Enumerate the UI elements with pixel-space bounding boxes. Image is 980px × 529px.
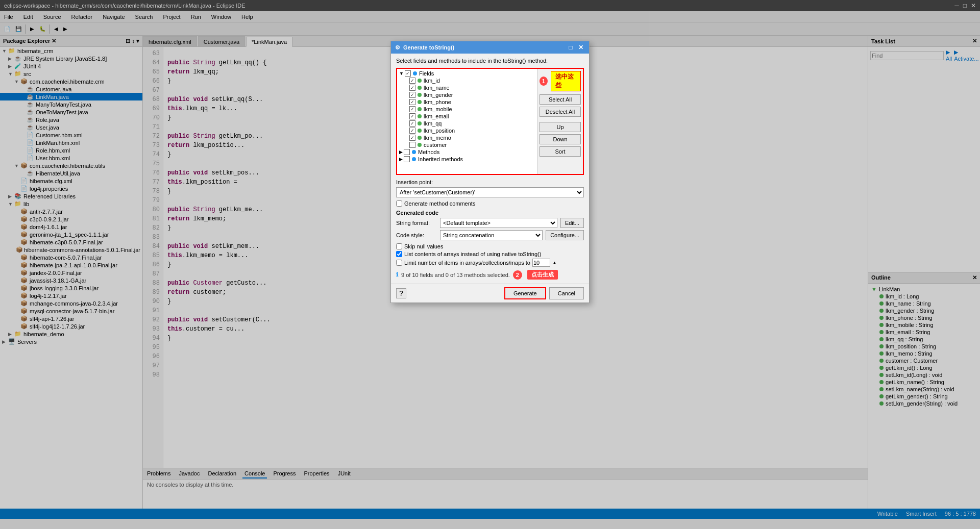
list-contents-label: List contents of arrays instead of using… <box>404 251 541 257</box>
sort-btn[interactable]: Sort <box>540 146 581 157</box>
down-btn[interactable]: Down <box>540 134 581 144</box>
field-checkbox[interactable] <box>409 113 415 119</box>
field-checkbox[interactable] <box>409 92 415 98</box>
skip-null-checkbox[interactable] <box>396 243 402 249</box>
up-btn[interactable]: Up <box>540 122 581 132</box>
method-comments-row: Generate method comments <box>396 200 584 207</box>
info-text: 9 of 10 fields and 0 of 13 methods selec… <box>401 272 510 278</box>
select-all-btn[interactable]: Select All <box>540 94 581 105</box>
list-contents-row: List contents of arrays instead of using… <box>396 251 584 257</box>
method-comments-checkbox[interactable] <box>396 200 402 207</box>
annotation-1: 1 <box>540 77 548 86</box>
field-label: lkm_name <box>424 85 450 91</box>
method-comments-label: Generate method comments <box>404 200 475 207</box>
field-item[interactable]: lkm_qq <box>408 120 536 127</box>
field-checkbox[interactable] <box>409 106 415 112</box>
field-checkbox[interactable] <box>409 85 415 91</box>
code-style-label: Code style: <box>396 232 437 238</box>
inherited-methods-group-checkbox[interactable] <box>404 156 410 162</box>
generate-btn[interactable]: Generate <box>504 287 546 299</box>
field-label: lkm_gender <box>424 92 453 98</box>
field-item[interactable]: lkm_email <box>408 113 536 120</box>
methods-group-header[interactable]: ▶ Methods <box>398 148 536 156</box>
field-item[interactable]: lkm_gender <box>408 91 536 98</box>
methods-group-dot <box>412 150 416 154</box>
string-format-select[interactable]: <Default template> <box>440 218 557 228</box>
dialog-close-btn[interactable]: ✕ <box>577 43 585 52</box>
field-dot <box>418 79 422 83</box>
field-label: lkm_phone <box>424 99 451 105</box>
field-dot <box>418 136 422 140</box>
field-dot <box>418 114 422 118</box>
field-label: lkm_memo <box>424 135 451 141</box>
field-dot <box>418 86 422 90</box>
field-checkbox[interactable] <box>409 142 415 148</box>
field-dot <box>418 107 422 111</box>
limit-spinner-up[interactable]: ▲ <box>552 260 557 265</box>
skip-null-row: Skip null values <box>396 243 584 249</box>
tooltip-generate: 点击生成 <box>527 270 558 280</box>
inherited-methods-label: Inherited methods <box>418 156 463 162</box>
fields-group-dot <box>413 71 417 75</box>
insertion-select[interactable]: After 'setCustomer(Customer)' <box>396 187 584 197</box>
field-item[interactable]: customer <box>408 141 536 148</box>
field-checkbox[interactable] <box>409 135 415 141</box>
field-item[interactable]: lkm_phone <box>408 98 536 106</box>
limit-label: Limit number of items in arrays/collecti… <box>404 260 530 266</box>
field-checkbox[interactable] <box>409 120 415 127</box>
skip-null-label: Skip null values <box>404 243 443 249</box>
generated-code-section: Generated code String format: <Default t… <box>396 210 584 240</box>
field-dot <box>418 93 422 97</box>
fields-group-checkbox[interactable] <box>405 70 411 77</box>
edit-btn[interactable]: Edit... <box>560 218 584 228</box>
field-item[interactable]: lkm_memo <box>408 134 536 141</box>
field-label: lkm_qq <box>424 120 442 127</box>
insertion-label: Insertion point: <box>396 179 584 185</box>
fields-container: ▼ Fields lkm_id lkm_name lkm_gender <box>396 68 584 175</box>
field-checkbox[interactable] <box>409 78 415 84</box>
field-checkbox[interactable] <box>409 128 415 134</box>
dialog-icon: ⚙ <box>395 44 400 51</box>
dialog-maximize-btn[interactable]: □ <box>567 43 575 52</box>
field-label: lkm_mobile <box>424 106 452 112</box>
info-row: ℹ 9 of 10 fields and 0 of 13 methods sel… <box>396 270 584 280</box>
dialog-titlebar-controls: □ ✕ <box>567 43 585 52</box>
field-items-list: lkm_id lkm_name lkm_gender lkm_phone lkm… <box>398 77 536 148</box>
configure-btn[interactable]: Configure... <box>546 230 584 240</box>
field-label: lkm_email <box>424 113 449 119</box>
dialog-instruction: Select fields and methods to include in … <box>396 58 584 64</box>
field-dot <box>418 100 422 104</box>
list-contents-checkbox[interactable] <box>396 251 402 257</box>
deselect-all-btn[interactable]: Deselect All <box>540 107 581 117</box>
methods-group-label: Methods <box>418 149 439 155</box>
string-format-row: String format: <Default template> Edit..… <box>396 218 584 228</box>
code-style-select[interactable]: String concatenation <box>440 230 543 240</box>
dialog-footer: ? Generate Cancel <box>391 284 589 303</box>
help-btn[interactable]: ? <box>396 288 406 298</box>
fields-group-header[interactable]: ▼ Fields <box>398 70 536 77</box>
field-dot <box>418 121 422 125</box>
dialog-footer-right: Generate Cancel <box>504 287 584 299</box>
cancel-btn[interactable]: Cancel <box>549 287 584 299</box>
methods-group-checkbox[interactable] <box>404 149 410 155</box>
dialog-title: Generate toString() <box>403 44 454 51</box>
fields-group-label: Fields <box>419 70 434 77</box>
limit-input[interactable] <box>532 259 550 267</box>
generated-code-label: Generated code <box>396 210 584 216</box>
field-item[interactable]: lkm_id <box>408 77 536 84</box>
options-section: Skip null values List contents of arrays… <box>396 243 584 267</box>
dialog-footer-left: ? <box>396 288 406 298</box>
inherited-methods-dot <box>412 157 416 161</box>
limit-checkbox[interactable] <box>396 260 402 266</box>
field-label: lkm_position <box>424 128 455 134</box>
dialog-body: Select fields and methods to include in … <box>391 54 589 284</box>
field-item[interactable]: lkm_mobile <box>408 106 536 113</box>
insertion-section: Insertion point: After 'setCustomer(Cust… <box>396 179 584 197</box>
field-checkbox[interactable] <box>409 99 415 105</box>
field-item[interactable]: lkm_position <box>408 127 536 134</box>
code-style-row: Code style: String concatenation Configu… <box>396 230 584 240</box>
field-label: lkm_id <box>424 78 440 84</box>
dialog-titlebar: ⚙ Generate toString() □ ✕ <box>391 41 589 54</box>
inherited-methods-group-header[interactable]: ▶ Inherited methods <box>398 156 536 163</box>
field-item[interactable]: lkm_name <box>408 84 536 91</box>
